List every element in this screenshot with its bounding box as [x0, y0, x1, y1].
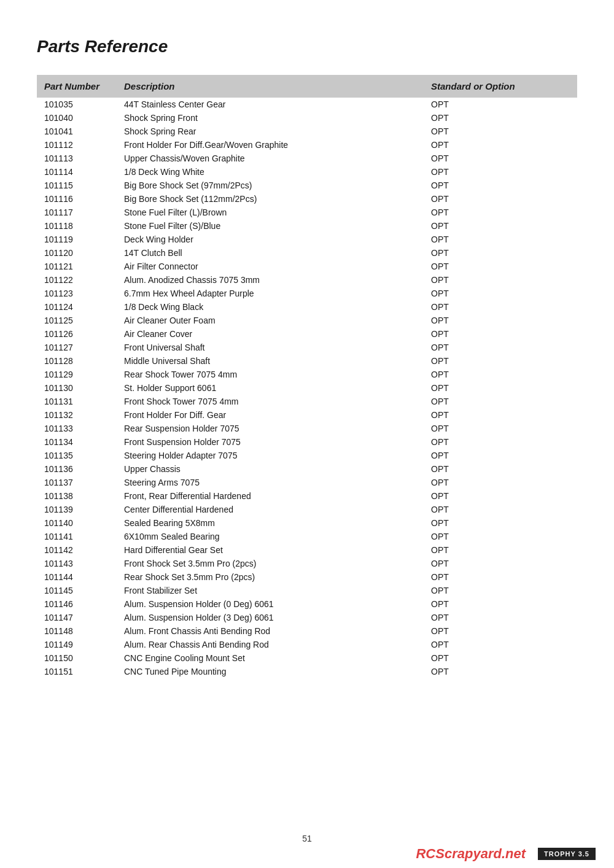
table-row: 101133Rear Suspension Holder 7075OPT — [37, 422, 577, 435]
option-cell: OPT — [424, 273, 577, 287]
part-number-cell: 101124 — [37, 300, 117, 314]
description-cell: Alum. Front Chassis Anti Bending Rod — [117, 624, 424, 638]
part-number-cell: 101132 — [37, 408, 117, 422]
table-row: 101119Deck Wing HolderOPT — [37, 233, 577, 246]
description-cell: Stone Fuel Filter (S)/Blue — [117, 219, 424, 233]
option-cell: OPT — [424, 192, 577, 206]
option-cell: OPT — [424, 368, 577, 381]
description-cell: 1/8 Deck Wing White — [117, 165, 424, 179]
part-number-cell: 101145 — [37, 584, 117, 597]
option-cell: OPT — [424, 354, 577, 368]
part-number-cell: 101138 — [37, 489, 117, 503]
option-cell: OPT — [424, 530, 577, 543]
part-number-cell: 101121 — [37, 260, 117, 273]
part-number-cell: 101116 — [37, 192, 117, 206]
option-cell: OPT — [424, 422, 577, 435]
table-row: 101136Upper ChassisOPT — [37, 462, 577, 476]
table-row: 101142Hard Differential Gear SetOPT — [37, 543, 577, 557]
description-cell: 6X10mm Sealed Bearing — [117, 530, 424, 543]
description-cell: Big Bore Shock Set (112mm/2Pcs) — [117, 192, 424, 206]
description-cell: Steering Arms 7075 — [117, 476, 424, 489]
part-number-cell: 101137 — [37, 476, 117, 489]
description-cell: Sealed Bearing 5X8mm — [117, 516, 424, 530]
table-row: 101126Air Cleaner CoverOPT — [37, 327, 577, 341]
option-cell: OPT — [424, 98, 577, 111]
option-cell: OPT — [424, 152, 577, 165]
table-row: 101138Front, Rear Differential HardenedO… — [37, 489, 577, 503]
option-cell: OPT — [424, 543, 577, 557]
table-row: 101115Big Bore Shock Set (97mm/2Pcs)OPT — [37, 179, 577, 192]
option-cell: OPT — [424, 287, 577, 300]
option-cell: OPT — [424, 341, 577, 354]
description-cell: Front Shock Set 3.5mm Pro (2pcs) — [117, 557, 424, 570]
table-row: 101122Alum. Anodized Chassis 7075 3mmOPT — [37, 273, 577, 287]
part-number-cell: 101117 — [37, 206, 117, 219]
option-cell: OPT — [424, 111, 577, 125]
table-header-row: Part Number Description Standard or Opti… — [37, 75, 577, 98]
part-number-cell: 101141 — [37, 530, 117, 543]
part-number-cell: 101114 — [37, 165, 117, 179]
table-row: 1011141/8 Deck Wing WhiteOPT — [37, 165, 577, 179]
option-cell: OPT — [424, 624, 577, 638]
part-number-cell: 101115 — [37, 179, 117, 192]
description-cell: Center Differential Hardened — [117, 503, 424, 516]
option-cell: OPT — [424, 219, 577, 233]
option-cell: OPT — [424, 584, 577, 597]
description-cell: Air Filter Connector — [117, 260, 424, 273]
part-number-cell: 101139 — [37, 503, 117, 516]
table-row: 101150CNC Engine Cooling Mount SetOPT — [37, 651, 577, 665]
option-cell: OPT — [424, 557, 577, 570]
part-number-cell: 101128 — [37, 354, 117, 368]
part-number-cell: 101126 — [37, 327, 117, 341]
option-cell: OPT — [424, 449, 577, 462]
part-number-cell: 101149 — [37, 638, 117, 651]
option-cell: OPT — [424, 206, 577, 219]
table-row: 1011236.7mm Hex Wheel Adapter PurpleOPT — [37, 287, 577, 300]
description-cell: Rear Shock Set 3.5mm Pro (2pcs) — [117, 570, 424, 584]
description-cell: Hard Differential Gear Set — [117, 543, 424, 557]
table-row: 101112Front Holder For Diff.Gear/Woven G… — [37, 138, 577, 152]
table-row: 101132Front Holder For Diff. GearOPT — [37, 408, 577, 422]
col-header-standard-or-option: Standard or Option — [424, 75, 577, 98]
option-cell: OPT — [424, 570, 577, 584]
table-row: 101134Front Suspension Holder 7075OPT — [37, 435, 577, 449]
option-cell: OPT — [424, 314, 577, 327]
table-row: 101149Alum. Rear Chassis Anti Bending Ro… — [37, 638, 577, 651]
part-number-cell: 101127 — [37, 341, 117, 354]
part-number-cell: 101125 — [37, 314, 117, 327]
table-row: 101148Alum. Front Chassis Anti Bending R… — [37, 624, 577, 638]
table-row: 101145Front Stabilizer SetOPT — [37, 584, 577, 597]
footer: RCScrapyard.net TROPHY 3.5 — [416, 846, 596, 862]
part-number-cell: 101130 — [37, 381, 117, 395]
option-cell: OPT — [424, 503, 577, 516]
table-row: 101116Big Bore Shock Set (112mm/2Pcs)OPT — [37, 192, 577, 206]
description-cell: 1/8 Deck Wing Black — [117, 300, 424, 314]
description-cell: Big Bore Shock Set (97mm/2Pcs) — [117, 179, 424, 192]
option-cell: OPT — [424, 408, 577, 422]
table-row: 101135Steering Holder Adapter 7075OPT — [37, 449, 577, 462]
option-cell: OPT — [424, 476, 577, 489]
option-cell: OPT — [424, 516, 577, 530]
table-row: 101139Center Differential HardenedOPT — [37, 503, 577, 516]
option-cell: OPT — [424, 327, 577, 341]
description-cell: CNC Engine Cooling Mount Set — [117, 651, 424, 665]
table-row: 101117Stone Fuel Filter (L)/BrownOPT — [37, 206, 577, 219]
description-cell: Rear Shock Tower 7075 4mm — [117, 368, 424, 381]
parts-table: Part Number Description Standard or Opti… — [37, 75, 577, 678]
option-cell: OPT — [424, 435, 577, 449]
description-cell: Front, Rear Differential Hardened — [117, 489, 424, 503]
description-cell: 14T Clutch Bell — [117, 246, 424, 260]
option-cell: OPT — [424, 489, 577, 503]
description-cell: Front Shock Tower 7075 4mm — [117, 395, 424, 408]
description-cell: Upper Chassis — [117, 462, 424, 476]
table-row: 101128Middle Universal ShaftOPT — [37, 354, 577, 368]
part-number-cell: 101146 — [37, 597, 117, 611]
description-cell: Front Stabilizer Set — [117, 584, 424, 597]
part-number-cell: 101148 — [37, 624, 117, 638]
col-header-description: Description — [117, 75, 424, 98]
part-number-cell: 101129 — [37, 368, 117, 381]
part-number-cell: 101041 — [37, 125, 117, 138]
page-number: 51 — [0, 834, 614, 843]
option-cell: OPT — [424, 665, 577, 678]
table-row: 101125Air Cleaner Outer FoamOPT — [37, 314, 577, 327]
